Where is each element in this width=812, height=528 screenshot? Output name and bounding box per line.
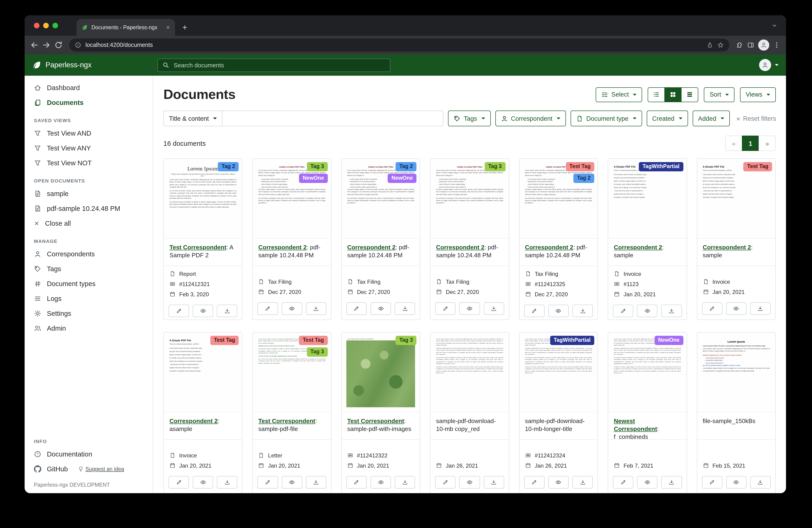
correspondent-link[interactable]: Correspondent 2 — [703, 244, 751, 251]
document-preview-thumbnail[interactable]: Adobe Acrobat PDF FilesLorem ipsum dolor… — [519, 159, 597, 239]
url-bar[interactable]: localhost:4200/documents — [69, 39, 729, 52]
document-preview-thumbnail[interactable]: A Simple PDF FileThis is a small demonst… — [608, 159, 686, 239]
reload-button[interactable] — [54, 41, 63, 49]
view-detail-button[interactable] — [681, 87, 698, 102]
view-document-button[interactable] — [726, 476, 746, 488]
document-preview-thumbnail[interactable]: Lorem ipsumLorem ipsum dolor sit amet, c… — [697, 332, 775, 412]
sidebar-item-open-doc-pdf-sample[interactable]: pdf-sample 10.24.48 PM — [25, 201, 153, 216]
browser-profile-avatar[interactable] — [758, 40, 769, 51]
views-button[interactable]: Views — [740, 87, 776, 102]
document-preview-thumbnail[interactable]: Adobe Acrobat PDF FilesLorem ipsum dolor… — [253, 159, 331, 239]
document-preview-thumbnail[interactable]: Lorem Ipsum"Neque porro quisquam est qui… — [164, 159, 242, 239]
correspondent-link[interactable]: Correspondent 2 — [614, 244, 662, 251]
download-document-button[interactable] — [306, 302, 326, 315]
tab-list-chevron-icon[interactable] — [771, 22, 778, 29]
extensions-puzzle-icon[interactable] — [736, 41, 743, 49]
document-card[interactable]: Adobe Acrobat PDF FilesLorem ipsum dolor… — [252, 158, 332, 320]
title-content-dropdown[interactable]: Title & content — [163, 111, 222, 126]
tag-badge[interactable]: NewOne — [299, 174, 328, 183]
added-filter-button[interactable]: Added — [693, 111, 729, 126]
minimize-window-button[interactable] — [43, 23, 49, 28]
side-panel-icon[interactable] — [747, 41, 754, 49]
view-document-button[interactable] — [281, 476, 302, 488]
document-preview-thumbnail[interactable]: A Simple PDF FileThis is a small demonst… — [164, 332, 242, 412]
tag-badge[interactable]: Test Tag — [566, 162, 594, 171]
view-document-button[interactable] — [459, 476, 480, 488]
share-icon[interactable] — [707, 42, 713, 48]
download-document-button[interactable] — [750, 302, 771, 315]
sidebar-item-test-view-and[interactable]: Test View AND — [25, 126, 153, 141]
edit-document-button[interactable] — [169, 305, 189, 317]
maximize-window-button[interactable] — [53, 23, 58, 28]
correspondent-link[interactable]: Correspondent 2 — [436, 244, 484, 251]
download-document-button[interactable] — [395, 476, 415, 488]
correspondent-link[interactable]: Newest Correspondent — [614, 417, 657, 432]
document-card[interactable]: Adobe Acrobat PDF FilesLorem ipsum dolor… — [430, 158, 509, 320]
edit-document-button[interactable] — [258, 302, 278, 315]
view-document-button[interactable] — [726, 302, 746, 315]
view-list-button[interactable] — [648, 87, 665, 102]
document-preview-thumbnail[interactable]: Adobe Acrobat PDF FilesLorem ipsum dolor… — [342, 159, 420, 239]
sidebar-item-documentation[interactable]: Documentation — [25, 447, 153, 461]
tag-badge[interactable]: Tag 3 — [395, 336, 417, 345]
view-document-button[interactable] — [281, 302, 302, 315]
browser-tab[interactable]: Documents - Paperless-ngx — [77, 19, 175, 36]
sidebar-item-test-view-any[interactable]: Test View ANY — [25, 141, 153, 156]
global-search[interactable] — [157, 58, 390, 72]
sort-button[interactable]: Sort — [704, 87, 735, 102]
edit-document-button[interactable] — [613, 476, 633, 488]
title-content-input[interactable] — [222, 111, 444, 126]
download-document-button[interactable] — [661, 305, 682, 317]
download-document-button[interactable] — [750, 476, 771, 488]
document-preview-thumbnail[interactable]: Lorem ipsum dolor sit amet, consectetur … — [519, 332, 597, 412]
correspondent-link[interactable]: Correspondent 2 — [525, 244, 573, 251]
document-card[interactable]: Adobe Acrobat PDF FilesLorem ipsum dolor… — [341, 158, 420, 320]
document-type-filter-button[interactable]: Document type — [570, 111, 642, 126]
reset-filters-button[interactable]: × Reset filters — [736, 115, 776, 122]
document-card[interactable]: Lorem ipsum dolor sit amet, consectetur … — [608, 332, 687, 493]
document-preview-thumbnail[interactable]: Lorem ipsum dolor sit amet, consectetur … — [431, 332, 509, 412]
document-card[interactable]: Adobe Acrobat PDF FilesLorem ipsum dolor… — [519, 158, 598, 320]
tag-badge[interactable]: Test Tag — [210, 336, 239, 345]
sidebar-item-close-all[interactable]: Close all — [25, 216, 153, 231]
correspondent-link[interactable]: Test Correspondent — [347, 417, 404, 425]
edit-document-button[interactable] — [435, 476, 456, 488]
sidebar-item-dashboard[interactable]: Dashboard — [25, 80, 153, 95]
tags-filter-button[interactable]: Tags — [448, 111, 491, 126]
document-preview-thumbnail[interactable]: Lorem ipsum dolor sit amet, consectetur … — [342, 332, 420, 412]
download-document-button[interactable] — [217, 305, 237, 317]
edit-document-button[interactable] — [524, 305, 545, 317]
edit-document-button[interactable] — [702, 476, 722, 488]
close-window-button[interactable] — [34, 23, 40, 28]
edit-document-button[interactable] — [258, 476, 278, 488]
new-tab-button[interactable] — [182, 24, 188, 31]
download-document-button[interactable] — [483, 302, 504, 315]
download-document-button[interactable] — [306, 476, 326, 488]
sidebar-item-test-view-not[interactable]: Test View NOT — [25, 156, 153, 170]
app-logo[interactable]: Paperless-ngx — [32, 60, 147, 70]
document-card[interactable]: A Simple PDF FileThis is a small demonst… — [697, 158, 776, 320]
edit-document-button[interactable] — [524, 476, 545, 488]
document-preview-thumbnail[interactable]: A Simple PDF FileThis is a small demonst… — [697, 159, 775, 239]
tag-badge[interactable]: Test Tag — [743, 162, 772, 171]
select-button[interactable]: Select — [596, 87, 642, 102]
correspondent-link[interactable]: Correspondent 2 — [258, 244, 307, 251]
document-card[interactable]: Lorem ipsumLorem ipsum dolor sit amet, c… — [697, 332, 776, 493]
browser-menu-icon[interactable] — [773, 41, 780, 49]
download-document-button[interactable] — [483, 476, 504, 488]
current-page-button[interactable]: 1 — [742, 135, 759, 151]
document-card[interactable]: Lorem ipsum dolor sit amet, consectetur … — [341, 332, 420, 493]
tag-badge[interactable]: Tag 2 — [574, 174, 594, 183]
tag-badge[interactable]: TagWithPartial — [550, 336, 594, 345]
tag-badge[interactable]: Tag 2 — [218, 162, 238, 171]
tag-badge[interactable]: TagWithPartial — [639, 162, 683, 171]
download-document-button[interactable] — [661, 476, 682, 488]
edit-document-button[interactable] — [702, 302, 722, 315]
bookmark-star-icon[interactable] — [717, 42, 724, 48]
view-grid-button[interactable] — [665, 87, 682, 102]
download-document-button[interactable] — [572, 476, 593, 488]
edit-document-button[interactable] — [346, 476, 367, 488]
sidebar-item-correspondents[interactable]: Correspondents — [25, 246, 153, 261]
tag-badge[interactable]: Test Tag — [299, 336, 328, 345]
view-document-button[interactable] — [193, 476, 213, 488]
